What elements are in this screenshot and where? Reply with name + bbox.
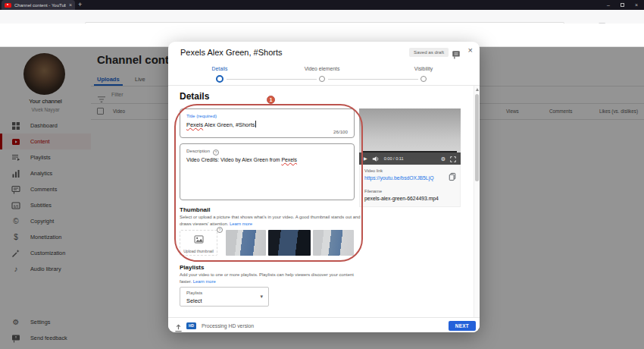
step-dot-visibility[interactable] [420, 76, 427, 82]
scrollbar-thumb[interactable] [475, 94, 479, 181]
browser-titlebar: Channel content - YouTube St... × + – × [0, 0, 644, 10]
video-preview[interactable]: ▶ 0:00 / 0:11 ⚙ [359, 108, 461, 165]
close-icon[interactable]: × [468, 46, 473, 55]
video-controls: ▶ 0:00 / 0:11 ⚙ [359, 152, 461, 165]
chevron-down-icon: ▾ [260, 294, 263, 300]
dialog-stepper: Details Video elements Visibility [168, 64, 480, 85]
next-button[interactable]: NEXT [449, 321, 476, 331]
video-link-label: Video link [364, 168, 383, 173]
scroll-up-arrow-icon[interactable] [476, 88, 479, 91]
playlists-dropdown-value: Select [186, 297, 202, 304]
feedback-icon[interactable] [452, 49, 461, 62]
details-heading: Details [180, 91, 209, 102]
browser-urlbar: ← → ↻ ⌂ … ☆ [0, 10, 644, 24]
step-dot-details[interactable] [216, 75, 224, 83]
step-details[interactable]: Details [212, 66, 228, 71]
window-controls: – × [607, 0, 638, 10]
play-icon[interactable]: ▶ [364, 156, 367, 161]
upload-status-icon [174, 322, 183, 335]
processing-status: Processing HD version [202, 323, 254, 329]
video-info-card: Video link https://youtu.be/bsdOXJB5LjQ … [359, 165, 461, 207]
tab-title: Channel content - YouTube St... [14, 3, 66, 8]
dialog-scrollbar[interactable] [474, 86, 480, 317]
playlists-description: Add your video to one or more playlists.… [180, 272, 361, 285]
dialog-title: Pexels Alex Green, #Shorts [180, 48, 283, 57]
new-tab-button[interactable]: + [78, 1, 82, 8]
youtube-favicon-icon [5, 3, 11, 8]
copy-icon[interactable] [449, 171, 456, 184]
window-maximize-icon[interactable] [621, 3, 624, 7]
step-visibility[interactable]: Visibility [414, 66, 433, 71]
step-dot-video-elements[interactable] [319, 76, 325, 82]
playlists-heading: Playlists [180, 264, 204, 271]
screen: Channel content - YouTube St... × + – × … [0, 0, 644, 349]
window-minimize-icon[interactable]: – [607, 2, 610, 8]
volume-icon[interactable] [372, 152, 380, 165]
tab-close-icon[interactable]: × [69, 2, 72, 8]
playlists-dropdown[interactable]: Playlists Select ▾ [180, 287, 269, 307]
stepper-line [227, 79, 317, 80]
dialog-footer: HD Processing HD version NEXT [168, 317, 480, 332]
annotation-ellipse [174, 104, 363, 262]
video-time: 0:00 / 0:11 [384, 156, 404, 161]
hd-badge: HD [186, 322, 196, 329]
player-settings-icon[interactable]: ⚙ [441, 156, 445, 162]
stepper-line [328, 79, 418, 80]
filename-label: Filename [364, 189, 382, 193]
saved-as-draft-badge: Saved as draft [409, 48, 449, 57]
step-video-elements[interactable]: Video elements [305, 66, 340, 71]
dialog-body: Details 1 Title (required) Pexels Alex G… [168, 86, 480, 317]
upload-details-dialog: Pexels Alex Green, #Shorts Saved as draf… [168, 42, 480, 332]
video-link[interactable]: https://youtu.be/bsdOXJB5LjQ [364, 175, 433, 181]
fullscreen-icon[interactable] [450, 152, 456, 165]
annotation-number-badge: 1 [267, 96, 275, 104]
filename-value: pexels-alex-green-6624493.mp4 [364, 196, 439, 201]
playlists-dropdown-label: Playlists [186, 291, 202, 295]
window-close-icon[interactable]: × [635, 2, 638, 8]
learn-more-link[interactable]: Learn more [193, 279, 216, 284]
browser-tab[interactable]: Channel content - YouTube St... × [2, 0, 75, 10]
